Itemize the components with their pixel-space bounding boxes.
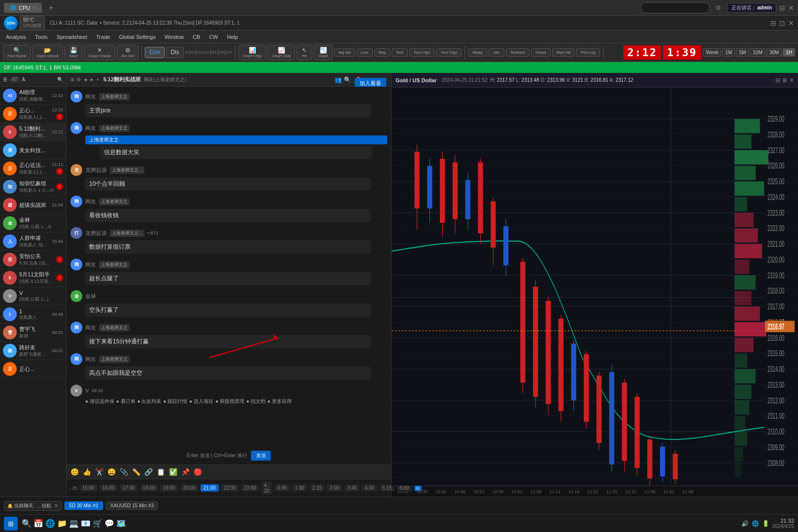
taskbar-terminal-btn[interactable]: 💻	[69, 519, 79, 528]
sidebar-search-btn[interactable]: 🔍	[57, 77, 63, 82]
taskbar-xauusd[interactable]: XAUUSD 15 Min #3	[106, 501, 158, 510]
time-item-045[interactable]: 0:45	[274, 484, 290, 492]
sidebar-item-jinlin[interactable]: 金 金林 (信机 公园 1 ...t)	[0, 214, 66, 233]
chat-plus-btn[interactable]: +	[97, 77, 100, 82]
start-button[interactable]: ⊞	[4, 517, 18, 531]
emoji-btn[interactable]: 😊	[70, 468, 79, 476]
1h-btn[interactable]: 1H	[783, 48, 795, 57]
pin-btn[interactable]: 📌	[181, 468, 190, 476]
toolbar-con[interactable]: Con	[145, 47, 165, 58]
10m-btn[interactable]: 10M	[750, 48, 765, 57]
browser-close[interactable]: ✕	[788, 4, 794, 12]
record-btn[interactable]: 🔴	[194, 468, 202, 476]
face-btn[interactable]: 😄	[107, 468, 116, 476]
time-item-215[interactable]: 2:15	[309, 484, 325, 492]
time-item-1700[interactable]: 17:00	[120, 484, 138, 492]
browser-minimize[interactable]: ⊟	[779, 4, 785, 12]
link-btn[interactable]: 🔗	[144, 468, 153, 476]
5m-btn[interactable]: 5M	[736, 48, 749, 57]
taskbar-files-btn[interactable]: 📁	[57, 519, 67, 528]
menu-tools[interactable]: Tools	[31, 33, 52, 41]
menu-global[interactable]: Global Settings	[115, 33, 160, 41]
toolbar-ptr[interactable]: ↖ Ptr	[297, 45, 312, 61]
toolbar-save[interactable]: 💾 Save	[65, 45, 82, 61]
toolbar-line[interactable]: Line	[357, 48, 373, 57]
menu-cw[interactable]: CW	[205, 33, 222, 41]
time-item-130[interactable]: 1:30	[292, 484, 307, 492]
toolbar-dis[interactable]: Dis	[166, 47, 183, 58]
tab-close-btn[interactable]: ×	[33, 5, 36, 10]
sidebar-item-nvkeji[interactable]: 美 美女科技...	[0, 141, 66, 160]
action-btn-5[interactable]: ● 进入项目	[189, 398, 213, 405]
sidebar-item-wenyanghand[interactable]: 5 5月11文阳手 (信机 5.12关策... !	[0, 269, 66, 287]
taskbar-search-btn[interactable]: 🔍	[22, 519, 32, 528]
sidebar-item-zhengxin3[interactable]: 正 正心...	[0, 360, 66, 378]
taskbar-mail-btn[interactable]: 📧	[81, 519, 91, 528]
sidebar-item-chaojizhb[interactable]: 超 超级实战班 21:04	[0, 196, 66, 214]
menu-trade[interactable]: Trade	[92, 33, 114, 41]
toolbar-adj-val[interactable]: Adj Val	[334, 48, 355, 57]
week-btn[interactable]: Week	[703, 48, 721, 57]
time-item-2300[interactable]: 23:00	[241, 484, 259, 492]
toolbar-rplay[interactable]: Rplay	[468, 48, 487, 57]
toolbar-med-val[interactable]: Med Val	[552, 48, 575, 57]
toolbar-val[interactable]: Val	[489, 48, 504, 57]
sidebar-item-renqun[interactable]: 人 人群申请 信机新人 信机 5.12 s 15:49	[0, 233, 66, 251]
chat-nav-left[interactable]: ◄	[83, 77, 88, 82]
toolbar-chart-cfg1[interactable]: 📊 Chart Cfg1	[238, 45, 266, 61]
sidebar-item-haoyou[interactable]: 路 路好友 新群飞通发音成 04:01	[0, 342, 66, 360]
time-item-2000[interactable]: 20:00	[180, 484, 199, 492]
chart-zoom-in[interactable]: ⊞	[782, 77, 787, 84]
time-item-1600[interactable]: 16:00	[100, 484, 118, 492]
toolbar-tool-cfg2[interactable]: Tool Cfg2	[436, 48, 462, 57]
clip-btn[interactable]: 📎	[120, 468, 128, 476]
toolbar-chart-stdy[interactable]: 📈 Chart Stdy	[267, 45, 295, 61]
menu-help[interactable]: Help	[223, 33, 242, 41]
toolbar-open[interactable]: 📂 Open Cbook	[32, 45, 63, 61]
toolbar-ray[interactable]: Ray	[374, 48, 390, 57]
like-btn[interactable]: 👍	[83, 468, 91, 476]
browser-search-bar[interactable]	[641, 2, 710, 13]
toolbar-srv[interactable]: ⚙ Srv Set	[117, 45, 138, 61]
action-btn-2[interactable]: ● 看订单	[116, 398, 135, 405]
sidebar-item-ai[interactable]: AI AI助理 信机,抱歉推迟报告 12:42	[0, 87, 66, 105]
toolbar-tool-cfg1[interactable]: Tool Cfg1	[409, 48, 435, 57]
menu-window[interactable]: Window	[161, 33, 188, 41]
time-item-430[interactable]: 4:30	[362, 484, 377, 492]
action-btn-8[interactable]: ● 更多应用	[267, 398, 292, 405]
app-maximize[interactable]: ⊡	[779, 19, 785, 27]
clipboard-btn[interactable]: 📋	[157, 468, 165, 476]
time-item-345[interactable]: 3:45	[344, 484, 360, 492]
sidebar-item-caoyufei[interactable]: 曹 曹宇飞 新朋 04:01	[0, 324, 66, 342]
toolbar-find[interactable]: 🔍 Find Symb	[3, 45, 31, 61]
time-item-420[interactable]: 4-20	[261, 482, 272, 495]
taskbar-chat-app[interactable]: 💬	[104, 519, 114, 528]
scissors-btn[interactable]: ✂️	[95, 468, 103, 476]
chart-close-btn[interactable]: ✕	[789, 77, 794, 84]
app-close[interactable]: ✕	[788, 19, 794, 27]
chat-tab-close[interactable]: ✕	[54, 503, 58, 508]
chat-settings-btn[interactable]: ⚙	[76, 77, 81, 82]
time-item-2100[interactable]: 21:00	[200, 484, 219, 492]
time-item-1800[interactable]: 18:00	[140, 484, 158, 492]
app-minimize[interactable]: ⊟	[770, 19, 776, 27]
time-item-2200[interactable]: 22:00	[221, 484, 239, 492]
browser-tab-active[interactable]: 🌐 CPU ×	[4, 3, 42, 13]
chat-nav-right[interactable]: ►	[90, 77, 95, 82]
chat-tab[interactable]: 当前聊天	[14, 502, 33, 509]
chat-icon1[interactable]: 👥	[334, 76, 342, 83]
tray-network[interactable]: 🌐	[752, 520, 759, 527]
new-tab-btn[interactable]: +	[46, 3, 56, 12]
action-btn-6[interactable]: ● 商股指算理	[215, 398, 244, 405]
pen-btn[interactable]: ✏️	[132, 468, 140, 476]
time-item-300[interactable]: 3:00	[327, 484, 342, 492]
taskbar-edge-btn[interactable]: 🌐	[45, 519, 55, 528]
chat-resize-btn[interactable]: ⊞	[70, 77, 74, 82]
toolbar-close[interactable]: ✕ Close Cbook	[84, 45, 115, 61]
menu-cb[interactable]: CB	[189, 33, 204, 41]
toolbar-pos-log[interactable]: Pos Log	[576, 48, 599, 57]
toolbar-chant[interactable]: Chant	[531, 48, 550, 57]
1m-btn[interactable]: 1M	[722, 48, 735, 57]
menu-spreadsheet[interactable]: Spreadsheet	[53, 33, 91, 41]
action-btn-4[interactable]: ● 跟踪行情	[163, 398, 187, 405]
